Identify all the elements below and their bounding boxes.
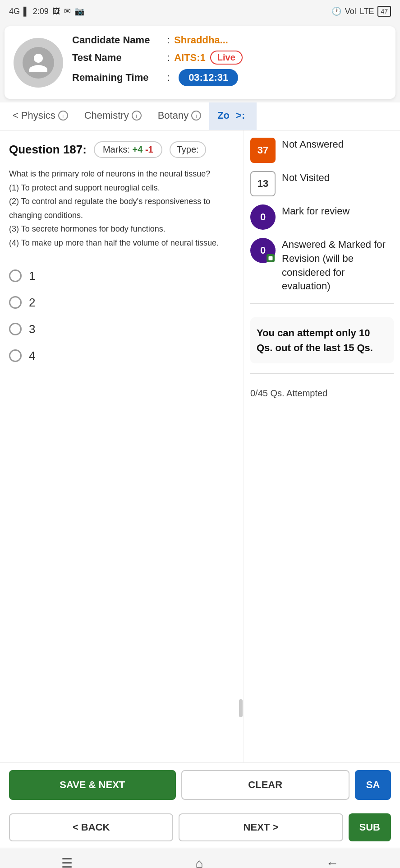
tabs-bar: < Physics i Chemistry i Botany i Zo >:	[0, 102, 400, 130]
clear-button[interactable]: CLEAR	[181, 770, 350, 800]
tab-physics[interactable]: < Physics i	[5, 102, 76, 130]
physics-info-icon[interactable]: i	[58, 111, 68, 121]
main-layout: Question 187: Marks: +4 -1 Type: What is…	[0, 130, 400, 762]
option-3-label: 3	[29, 322, 35, 336]
header-info: Candidate Name : Shraddha... Test Name :…	[72, 34, 386, 91]
option-4-label: 4	[29, 349, 35, 363]
nav-buttons: < BACK NEXT > SUB	[0, 807, 400, 848]
info-box-text: You can attempt only 10 Qs. out of the l…	[257, 325, 387, 355]
tab-more-icon[interactable]: >:	[232, 110, 248, 121]
chemistry-info-icon[interactable]: i	[132, 111, 142, 121]
marks-badge: Marks: +4 -1	[94, 141, 162, 158]
option-3[interactable]: 3	[9, 316, 234, 343]
attempt-count: 0/45 Qs. Attempted	[250, 388, 394, 399]
option-4[interactable]: 4	[9, 343, 234, 369]
status-left: 4G ▌ 2:09 🖼 ✉ 📷	[9, 6, 84, 16]
signal-bars: ▌	[23, 7, 29, 16]
android-back-button[interactable]: ←	[322, 852, 343, 868]
time-label: Remaining Time	[72, 72, 162, 84]
question-panel: Question 187: Marks: +4 -1 Type: What is…	[0, 130, 244, 762]
clock-icon: 🕐	[331, 6, 341, 16]
tab-physics-back[interactable]: <	[13, 110, 18, 121]
options-list: 1 2 3 4	[9, 263, 234, 369]
header-card: Candidate Name : Shraddha... Test Name :…	[5, 26, 395, 99]
not-visited-label: Not Visited	[282, 171, 330, 185]
type-label: Type:	[177, 144, 199, 154]
tab-zoology[interactable]: Zo >:	[209, 102, 257, 130]
not-answered-badge: 37	[250, 138, 276, 163]
botany-info-icon[interactable]: i	[191, 111, 201, 121]
test-value: AITS:1	[174, 52, 206, 64]
tab-chemistry[interactable]: Chemistry i	[76, 102, 150, 130]
candidate-label: Candidate Name	[72, 34, 162, 46]
not-answered-label: Not Answered	[282, 138, 344, 152]
candidate-row: Candidate Name : Shraddha...	[72, 34, 386, 46]
photo-icon: 🖼	[52, 7, 60, 16]
not-visited-badge: 13	[250, 171, 276, 196]
radio-1[interactable]	[9, 269, 22, 282]
submit-button[interactable]: SUB	[349, 813, 391, 841]
option-1-label: 1	[29, 269, 35, 283]
option-2[interactable]: 2	[9, 289, 234, 316]
not-visited-count: 13	[257, 178, 268, 190]
type-badge: Type:	[170, 141, 206, 158]
marks-label: Marks:	[103, 144, 130, 154]
radio-4[interactable]	[9, 349, 22, 362]
answered-marked-count: 0	[260, 245, 266, 256]
mark-review-count: 0	[260, 211, 266, 223]
green-dot-icon	[267, 254, 275, 262]
android-nav-bar: ☰ ⌂ ←	[0, 848, 400, 868]
question-text: What is the primary role of neurons in t…	[9, 167, 234, 250]
info-box: You can attempt only 10 Qs. out of the l…	[250, 317, 394, 363]
avatar-icon	[23, 47, 54, 79]
radio-3[interactable]	[9, 323, 22, 335]
test-label: Test Name	[72, 52, 162, 64]
mark-review-item: 0 Mark for review	[250, 204, 394, 230]
question-header: Question 187: Marks: +4 -1 Type:	[9, 141, 234, 158]
radio-2[interactable]	[9, 296, 22, 309]
save-next-button[interactable]: SAVE & NEXT	[9, 770, 176, 800]
tab-physics-label[interactable]: Physics	[21, 110, 55, 121]
back-button[interactable]: < BACK	[9, 813, 173, 841]
not-answered-count: 37	[257, 144, 268, 156]
battery-icon: 47	[377, 6, 391, 17]
answered-marked-item: 0 Answered & Marked for Revision (will b…	[250, 238, 394, 293]
mark-review-label: Mark for review	[282, 204, 349, 218]
answered-marked-badge: 0	[250, 238, 276, 263]
tab-chemistry-label[interactable]: Chemistry	[84, 110, 129, 121]
answered-marked-label: Answered & Marked for Revision (will be …	[282, 238, 394, 293]
time-row: Remaining Time : 03:12:31	[72, 69, 386, 86]
next-button[interactable]: NEXT >	[179, 813, 343, 841]
mail-icon: ✉	[64, 6, 71, 16]
not-answered-item: 37 Not Answered	[250, 138, 394, 163]
android-home-button[interactable]: ⌂	[191, 852, 208, 868]
mark-review-badge: 0	[250, 204, 276, 230]
tab-zoology-label[interactable]: Zo	[217, 110, 230, 121]
lte-icon: LTE	[360, 7, 374, 16]
not-visited-item: 13 Not Visited	[250, 171, 394, 196]
option-2-label: 2	[29, 296, 35, 310]
scroll-indicator[interactable]	[239, 699, 243, 717]
bottom-buttons: SAVE & NEXT CLEAR SA	[0, 762, 400, 807]
vol-icon: Vol	[345, 7, 356, 16]
divider-2	[250, 373, 394, 374]
tab-botany[interactable]: Botany i	[150, 102, 210, 130]
status-right: 🕐 Vol LTE 47	[331, 6, 391, 17]
question-title: Question 187:	[9, 142, 87, 158]
android-menu-button[interactable]: ☰	[57, 851, 77, 868]
status-time: 2:09	[33, 7, 49, 16]
extra-icon: 📷	[74, 6, 84, 16]
right-panel: 37 Not Answered 13 Not Visited 0 Mark fo…	[244, 130, 400, 762]
divider-1	[250, 303, 394, 304]
tab-botany-label[interactable]: Botany	[158, 110, 189, 121]
status-bar: 4G ▌ 2:09 🖼 ✉ 📷 🕐 Vol LTE 47	[0, 0, 400, 23]
avatar	[14, 38, 63, 88]
option-1[interactable]: 1	[9, 263, 234, 289]
save-button[interactable]: SA	[355, 770, 391, 800]
test-row: Test Name : AITS:1 Live	[72, 51, 386, 65]
signal-icon: 4G	[9, 7, 20, 16]
marks-positive: +4	[133, 144, 143, 154]
live-badge: Live	[210, 51, 243, 65]
marks-negative: -1	[145, 144, 153, 154]
svg-rect-0	[269, 256, 273, 260]
